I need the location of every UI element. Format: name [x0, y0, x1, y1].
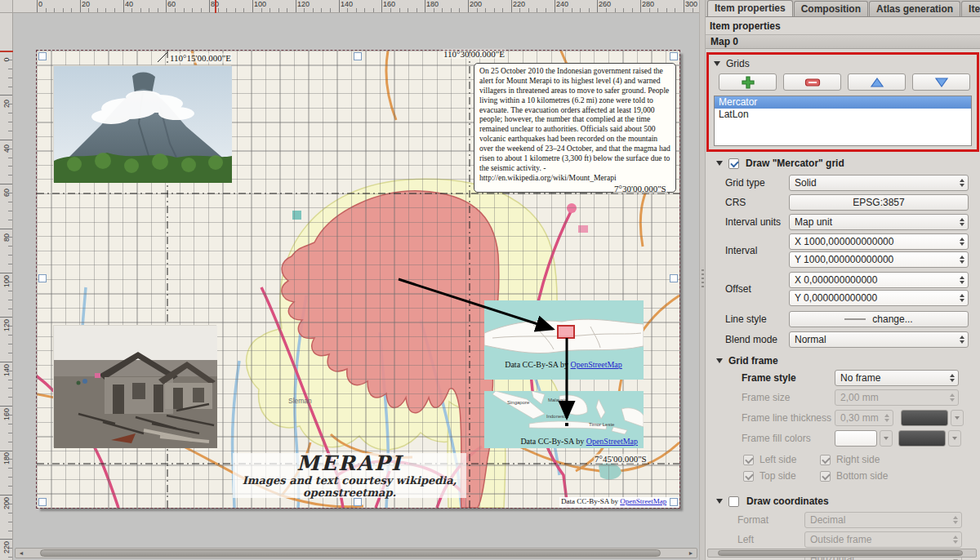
top-side-checkbox: [743, 471, 754, 482]
extent-marker-rect: [557, 325, 575, 339]
spinner-arrows-icon: [949, 532, 961, 547]
grid-coordinate-label: 110°15'00.000"E: [169, 53, 232, 63]
spinner-arrows-icon[interactable]: [956, 332, 968, 347]
interval-units-combobox[interactable]: Map unit: [789, 214, 969, 230]
description-textbox[interactable]: On 25 October 2010 the Indonesian govern…: [474, 63, 676, 193]
grid-type-label: Grid type: [706, 177, 789, 189]
interval-units-label: Interval units: [706, 216, 789, 228]
spinner-arrows-icon[interactable]: [956, 273, 968, 287]
offset-label: Offset: [706, 283, 789, 295]
frame-fill-colors-label: Frame fill colors: [706, 433, 835, 444]
inset-attribution: Data CC-By-SA by OpenStreetMap: [505, 360, 622, 369]
ruler-tick-label: 220: [513, 0, 525, 8]
openstreetmap-link[interactable]: OpenStreetMap: [620, 497, 666, 505]
resize-handle-ne[interactable]: [670, 52, 678, 60]
tab-items[interactable]: Items: [961, 1, 980, 16]
triangle-down-icon: [934, 77, 949, 88]
left-label: Left: [706, 534, 804, 545]
map-item[interactable]: Sleman 110°15'00.000"E 110°30'00.000"E 7…: [37, 51, 679, 508]
line-style-label: Line style: [706, 313, 789, 325]
resize-handle-nw[interactable]: [38, 52, 47, 60]
right-side-checkbox: [820, 455, 831, 465]
scrollbar-thumb[interactable]: [40, 549, 661, 557]
panel-horizontal-scrollbar[interactable]: [707, 549, 977, 558]
resize-handle-se[interactable]: [670, 498, 678, 506]
grid-type-combobox[interactable]: Solid: [789, 175, 969, 191]
blend-mode-combobox[interactable]: Normal: [789, 331, 969, 348]
map-attribution: Data CC-By-SA by OpenStreetMap: [559, 497, 679, 508]
move-grid-up-button[interactable]: [848, 73, 906, 91]
ruler-tick-label: 140: [2, 365, 11, 376]
crs-label: CRS: [706, 197, 789, 208]
volcano-photo[interactable]: [53, 65, 231, 182]
coordinate-left-combobox: Outside frame: [804, 531, 962, 548]
frame-size-spinbox: 2,00 mm: [835, 389, 959, 406]
tab-item-properties[interactable]: Item properties: [707, 0, 793, 16]
top-side-label: Top side: [760, 470, 796, 482]
resize-handle-s[interactable]: [354, 498, 362, 506]
spinner-arrows-icon[interactable]: [956, 176, 968, 190]
resize-handle-w[interactable]: [38, 274, 47, 282]
line-style-change-button[interactable]: change...: [789, 311, 969, 327]
add-grid-button[interactable]: [719, 73, 777, 91]
inset-map-indonesia[interactable]: Singapore Malaysia Indonesia Timor Leste…: [484, 391, 644, 448]
resize-handle-n[interactable]: [354, 52, 362, 60]
spinner-arrows-icon[interactable]: [956, 291, 968, 305]
grid-list-item-latlon[interactable]: LatLon: [715, 109, 971, 121]
interval-y-spinbox[interactable]: Y 1000,000000000000: [789, 251, 969, 268]
grid-list[interactable]: Mercator LatLon: [714, 96, 972, 146]
left-side-checkbox: [743, 455, 754, 465]
ruler-tick-label: 20: [82, 0, 90, 8]
panel-title: Item properties: [706, 17, 980, 34]
spinner-arrows-icon[interactable]: [956, 234, 968, 249]
resize-handle-sw[interactable]: [38, 498, 47, 506]
spinner-arrows-icon[interactable]: [946, 371, 958, 385]
spinner-arrows-icon: [946, 390, 958, 405]
collapse-arrow-icon[interactable]: [714, 61, 720, 66]
collapse-arrow-icon[interactable]: [716, 499, 723, 504]
destroyed-house-photo[interactable]: [53, 325, 216, 447]
draw-coordinates-checkbox[interactable]: [728, 496, 739, 507]
frame-line-thickness-spinbox: 0,30 mm: [835, 410, 893, 426]
ruler-tick-label: 140: [341, 0, 353, 8]
item-properties-panel: Item properties Composition Atlas genera…: [706, 0, 980, 560]
collapse-arrow-icon[interactable]: [716, 358, 723, 363]
resize-handle-e[interactable]: [670, 274, 678, 282]
cursor-position-marker: [215, 0, 216, 13]
ruler-tick-label: 80: [2, 232, 11, 243]
color-dropdown-button: [951, 410, 964, 426]
qgis-composer-window: 0 20 40 60 80 100 120 140 160 180 200 22…: [0, 0, 980, 560]
spinner-arrows-icon: [949, 513, 961, 527]
inset-map-java[interactable]: Data CC-By-SA by OpenStreetMap: [484, 300, 644, 380]
left-side-label: Left side: [760, 454, 796, 465]
grid-list-item-mercator[interactable]: Mercator: [715, 96, 971, 109]
ruler-tick-label: 60: [167, 0, 176, 8]
draw-grid-checkbox[interactable]: [728, 158, 739, 169]
panel-splitter[interactable]: [699, 0, 706, 560]
frame-fill-color1-swatch: [835, 430, 877, 447]
collapse-arrow-icon[interactable]: [716, 161, 723, 166]
grids-section-label: Grids: [726, 58, 750, 69]
spinner-arrows-icon: [880, 411, 893, 425]
map-title-block[interactable]: MERAPI Images and text courtesy wikipedi…: [233, 453, 466, 498]
splitter-handle-icon: [702, 269, 704, 287]
frame-style-label: Frame style: [706, 372, 835, 384]
offset-x-spinbox[interactable]: X 0,000000000000: [789, 272, 969, 288]
scrollbar-thumb[interactable]: [718, 550, 963, 556]
line-sample-icon: [844, 318, 866, 320]
interval-x-spinbox[interactable]: X 1000,000000000000: [789, 233, 969, 250]
composer-canvas[interactable]: 0 20 40 60 80 100 120 140 160 180 200 22…: [0, 0, 699, 560]
move-grid-down-button[interactable]: [912, 73, 970, 91]
offset-y-spinbox[interactable]: Y 0,000000000000: [789, 290, 969, 306]
spinner-arrows-icon[interactable]: [956, 252, 968, 267]
canvas-horizontal-scrollbar[interactable]: ◄ ►: [15, 548, 697, 558]
crs-button[interactable]: EPSG:3857: [789, 194, 969, 211]
frame-line-color-swatch: [901, 410, 948, 426]
tab-atlas-generation[interactable]: Atlas generation: [869, 1, 960, 16]
tab-composition[interactable]: Composition: [794, 1, 868, 16]
remove-grid-button[interactable]: [783, 73, 841, 91]
scroll-left-arrow-icon[interactable]: ◄: [16, 550, 26, 556]
scroll-right-arrow-icon[interactable]: ►: [686, 550, 696, 556]
spinner-arrows-icon[interactable]: [956, 215, 968, 229]
frame-style-combobox[interactable]: No frame: [835, 370, 959, 386]
